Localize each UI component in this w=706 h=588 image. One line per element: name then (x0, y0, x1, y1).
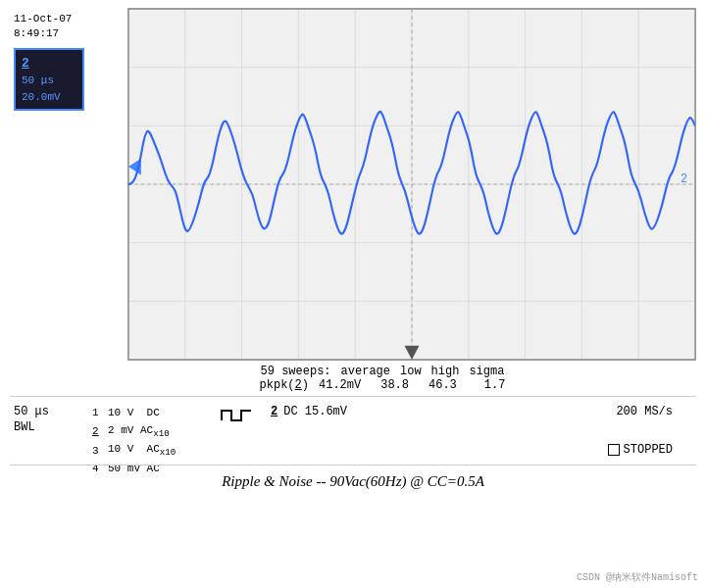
ch2-num: 2 (92, 423, 104, 441)
date-display: 11-Oct-07 (14, 12, 124, 26)
bwl-label: BWL (14, 420, 92, 434)
pulse-symbol (218, 405, 253, 424)
time-display: 8:49:17 (14, 26, 124, 41)
sigma-value: 1.7 (484, 378, 506, 392)
ch2-volt: 2 mV ACx10 (108, 422, 170, 442)
volts-display: 20.0mV (22, 91, 61, 103)
main-container: 11-Oct-07 8:49:17 2 50 μs 20.0mV LeCroy (0, 0, 706, 588)
waveform-svg: 2 (128, 9, 695, 360)
avg-value: 41.2mV (319, 378, 361, 392)
footer-section: Ripple & Noise -- 90Vac(60Hz) @ CC=0.5A (10, 465, 696, 494)
stats-bar: 59 sweeps: average low high sigma pkpk(2… (10, 361, 696, 392)
datetime: 11-Oct-07 8:49:17 (14, 12, 124, 42)
ch3-num: 3 (92, 443, 104, 461)
ch3-item: 3 10 V ACx10 (92, 441, 210, 461)
sweeps-label: 59 sweeps: (261, 365, 331, 378)
channel-number: 2 (22, 56, 29, 71)
ch2-item: 2 2 mV ACx10 (92, 422, 210, 442)
ch1-item: 1 10 V DC (92, 405, 210, 422)
low-header: low (400, 365, 422, 378)
high-value: 46.3 (429, 378, 457, 392)
sample-rate: 200 MS/s (616, 405, 673, 418)
channel-box: 2 50 μs 20.0mV (14, 48, 84, 112)
ch3-volt: 10 V ACx10 (108, 441, 176, 461)
low-value: 38.8 (380, 378, 409, 392)
sigma-header: sigma (469, 365, 504, 378)
pkpk-label: pkpk(2) (260, 378, 309, 392)
stopped-box-icon (608, 444, 620, 456)
timebase-display: 50 μs (22, 74, 54, 86)
timebase-bwl: 50 μs BWL (14, 405, 92, 434)
watermark: CSDN @纳米软件Namisoft (577, 570, 698, 584)
ch1-num: 1 (92, 405, 104, 422)
ch2-dc-info: 2 DC 15.6mV (271, 405, 347, 418)
channel-info-section: 50 μs BWL 1 10 V DC 2 2 mV ACx10 3 10 V … (10, 396, 696, 465)
high-header: high (431, 365, 460, 378)
avg-header: average (341, 365, 390, 378)
ch2-dc-value: DC 15.6mV (283, 405, 347, 418)
pulse-svg (218, 405, 253, 424)
ch1-volt: 10 V DC (108, 405, 160, 422)
left-panel: 11-Oct-07 8:49:17 2 50 μs 20.0mV (10, 8, 127, 361)
scope-display: LeCroy (127, 8, 696, 361)
timebase-value: 50 μs (14, 405, 92, 418)
ch2-dc-label: 2 (271, 405, 277, 418)
stopped-label: STOPPED (624, 443, 673, 457)
right-info: 200 MS/s STOPPED (347, 405, 692, 461)
svg-text:2: 2 (681, 172, 687, 186)
stopped-badge: STOPPED (608, 443, 673, 457)
scope-section: 11-Oct-07 8:49:17 2 50 μs 20.0mV LeCroy (10, 8, 696, 361)
footer-title: Ripple & Noise -- 90Vac(60Hz) @ CC=0.5A (10, 473, 696, 490)
